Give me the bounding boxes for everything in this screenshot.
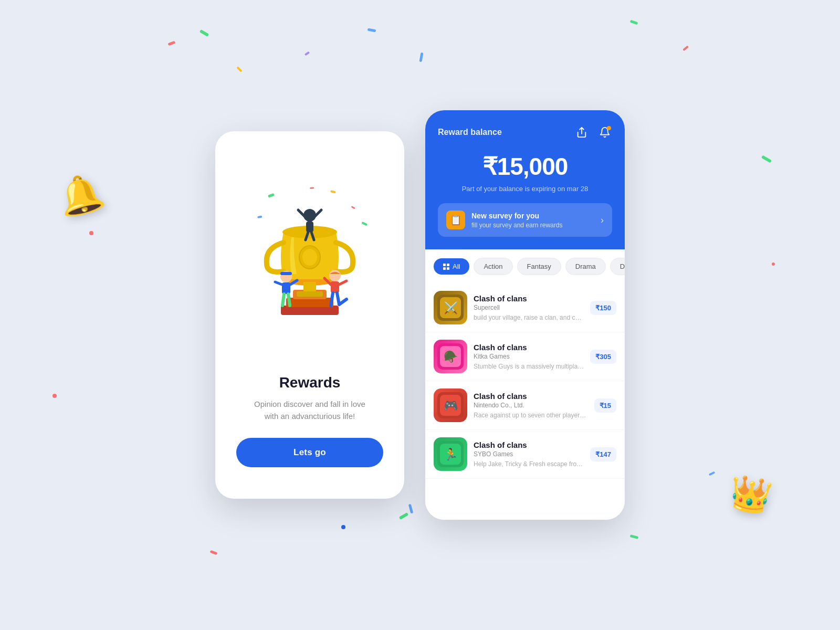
game-list: ⚔️ Clash of clans Supercell build your v…: [425, 281, 625, 520]
game-developer-3: Nintendo Co., Ltd.: [474, 402, 588, 409]
share-button[interactable]: [574, 125, 589, 140]
tab-drama[interactable]: Drama: [565, 258, 606, 275]
svg-rect-0: [268, 193, 275, 197]
balance-expiry: Part of your balance is expiring on mar …: [438, 185, 612, 193]
grid-icon: [443, 264, 449, 270]
survey-title: New survey for you: [471, 212, 594, 220]
tab-all[interactable]: All: [434, 258, 469, 275]
trophy-illustration: [231, 152, 388, 374]
game-price-4: ₹147: [590, 447, 616, 461]
main-scene: Rewards Opinion discover and fall in lov…: [215, 110, 625, 520]
svg-rect-3: [257, 215, 262, 218]
header-icons: [574, 125, 612, 140]
game-price-3: ₹15: [594, 398, 616, 413]
tab-action[interactable]: Action: [474, 258, 512, 275]
svg-text:🎮: 🎮: [444, 398, 458, 413]
svg-line-31: [339, 281, 346, 285]
svg-rect-11: [303, 282, 316, 292]
rewards-subtitle: Opinion discover and fall in love with a…: [247, 398, 373, 422]
svg-text:🏃: 🏃: [444, 447, 458, 461]
svg-text:⚔️: ⚔️: [444, 301, 458, 315]
game-developer-1: Supercell: [474, 304, 584, 311]
survey-banner[interactable]: 📋 New survey for you fill your survey an…: [438, 203, 612, 237]
game-item-1[interactable]: ⚔️ Clash of clans Supercell build your v…: [425, 284, 625, 332]
game-thumbnail-4: 🏃: [434, 437, 467, 471]
lets-go-button[interactable]: Lets go: [236, 438, 383, 467]
survey-text: New survey for you fill your survey and …: [471, 212, 594, 229]
game-info-2: Clash of clans Kitka Games Stumble Guys …: [474, 343, 584, 370]
game-price-2: ₹305: [590, 350, 616, 364]
bell-decoration: 🔔: [53, 168, 108, 222]
game-info-4: Clash of clans SYBO Games Help Jake, Tri…: [474, 440, 584, 468]
survey-arrow-icon: ›: [601, 215, 604, 226]
game-desc-3: Race against up to seven other players, …: [474, 412, 588, 419]
svg-point-15: [303, 209, 316, 222]
game-thumbnail-2: 🪖: [434, 340, 467, 373]
game-developer-2: Kitka Games: [474, 353, 584, 360]
svg-rect-2: [351, 206, 355, 209]
left-phone: Rewards Opinion discover and fall in lov…: [215, 131, 404, 499]
game-name-1: Clash of clans: [474, 294, 584, 303]
game-price-1: ₹150: [590, 301, 616, 315]
rewards-title: Rewards: [236, 374, 383, 391]
game-thumbnail-3: 🎮: [434, 388, 467, 422]
game-name-2: Clash of clans: [474, 343, 584, 352]
game-item-4[interactable]: 🏃 Clash of clans SYBO Games Help Jake, T…: [425, 430, 625, 479]
left-phone-content: Rewards Opinion discover and fall in lov…: [236, 374, 383, 472]
tab-drama2[interactable]: Dram...: [610, 258, 625, 275]
game-desc-4: Help Jake, Tricky & Fresh escape from th…: [474, 460, 584, 468]
game-name-3: Clash of clans: [474, 392, 588, 401]
survey-icon: 📋: [446, 211, 465, 229]
balance-amount: ₹15,000: [438, 152, 612, 181]
svg-line-34: [339, 299, 346, 304]
game-thumbnail-1: ⚔️: [434, 291, 467, 324]
svg-line-24: [275, 282, 282, 285]
game-info-3: Clash of clans Nintendo Co., Ltd. Race a…: [474, 392, 588, 419]
game-item-3[interactable]: 🎮 Clash of clans Nintendo Co., Ltd. Race…: [425, 381, 625, 430]
header-top: Reward balance: [438, 125, 612, 140]
svg-line-26: [282, 294, 284, 306]
notification-button[interactable]: [597, 125, 612, 140]
game-name-4: Clash of clans: [474, 440, 584, 449]
tab-all-label: All: [453, 262, 460, 270]
svg-point-28: [329, 270, 341, 281]
crown-decoration: 👑: [726, 471, 775, 518]
svg-line-33: [337, 293, 339, 304]
survey-description: fill your survey and earn rewards: [471, 222, 594, 229]
svg-rect-22: [280, 272, 292, 275]
svg-rect-4: [361, 222, 368, 226]
game-item-2[interactable]: 🪖 Clash of clans Kitka Games Stumble Guy…: [425, 332, 625, 381]
game-desc-1: build your village, raise a clan, and co…: [474, 314, 584, 321]
svg-rect-18: [306, 222, 313, 232]
game-desc-2: Stumble Guys is a massively multiplayer …: [474, 363, 584, 370]
svg-text:🪖: 🪖: [444, 350, 458, 364]
svg-rect-5: [310, 187, 314, 189]
phone-header: Reward balance: [425, 110, 625, 249]
game-developer-4: SYBO Games: [474, 450, 584, 458]
svg-rect-12: [297, 291, 323, 297]
notification-dot: [607, 126, 611, 130]
svg-line-32: [331, 293, 333, 306]
svg-line-27: [288, 294, 290, 306]
filter-tabs: All Action Fantasy Drama Dram...: [425, 249, 625, 281]
svg-rect-1: [330, 190, 336, 193]
svg-rect-29: [331, 281, 339, 293]
tab-fantasy[interactable]: Fantasy: [517, 258, 561, 275]
right-phone: Reward balance: [425, 110, 625, 520]
game-info-1: Clash of clans Supercell build your vill…: [474, 294, 584, 321]
reward-balance-title: Reward balance: [438, 128, 502, 137]
svg-point-14: [302, 249, 317, 266]
